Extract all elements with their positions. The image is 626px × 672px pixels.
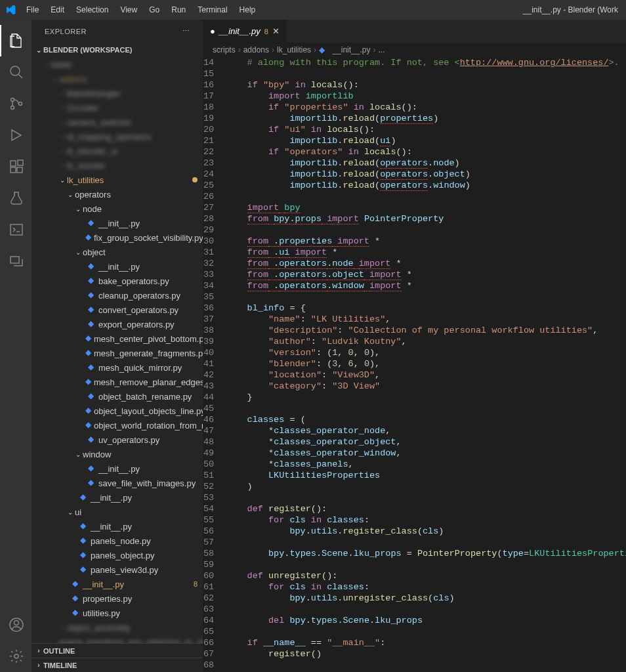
file-item[interactable]: ◆panels_view3d.py <box>31 562 203 577</box>
svg-rect-8 <box>10 224 22 235</box>
menu-selection[interactable]: Selection <box>71 3 114 17</box>
file-item[interactable]: ◆__init__.py <box>31 216 203 230</box>
tree-folder[interactable]: ›space_transform_any_selection_to_ob <box>31 635 203 643</box>
tree-folder-ui[interactable]: ⌄ui <box>31 505 203 519</box>
file-item[interactable]: ◆utilities.py <box>31 606 203 620</box>
file-item[interactable]: ◆__init__.py <box>31 490 203 505</box>
python-file-icon: ◆ <box>85 377 91 387</box>
svg-point-3 <box>19 102 22 106</box>
python-file-icon: ◆ <box>85 218 96 228</box>
file-item[interactable]: ◆bake_operators.py <box>31 274 203 288</box>
menu-run[interactable]: Run <box>166 3 191 17</box>
settings-gear-icon[interactable] <box>0 640 31 672</box>
python-file-icon: ◆ <box>70 593 80 604</box>
file-item[interactable]: ◆mesh_center_pivot_bottom.py <box>31 331 203 346</box>
python-file-icon: ◆ <box>85 276 96 286</box>
code-lines[interactable]: # along with this program. If not, see <… <box>226 57 626 672</box>
svg-point-0 <box>10 66 20 75</box>
tree-folder-object[interactable]: ⌄object <box>31 245 203 259</box>
menu-help[interactable]: Help <box>234 3 261 17</box>
tree-folder-node[interactable]: ⌄node <box>31 201 203 216</box>
file-item[interactable]: ◆__init__.py <box>31 519 203 534</box>
timeline-section[interactable]: ›TIMELINE <box>31 658 203 672</box>
search-icon[interactable] <box>0 56 31 88</box>
modified-dot-icon: ● <box>210 26 215 36</box>
modified-dot-icon <box>192 177 198 182</box>
tree-folder[interactable]: ›object_assembly <box>31 620 203 635</box>
file-item[interactable]: ◆export_operators.py <box>31 317 203 331</box>
explorer-icon[interactable] <box>0 25 31 56</box>
vscode-logo-icon <box>5 5 16 15</box>
file-item[interactable]: ◆mesh_generate_fragments.py <box>31 346 203 360</box>
titlebar: File Edit Selection View Go Run Terminal… <box>0 0 626 20</box>
file-item[interactable]: ◆object_batch_rename.py <box>31 389 203 404</box>
extensions-icon[interactable] <box>0 151 31 182</box>
svg-point-1 <box>11 98 14 102</box>
menu-terminal[interactable]: Terminal <box>192 3 232 17</box>
file-item[interactable]: ◆__init__.py <box>31 259 203 274</box>
python-file-icon: ◆ <box>85 420 91 430</box>
menu-view[interactable]: View <box>115 3 142 17</box>
svg-rect-6 <box>17 167 22 173</box>
line-gutter: 1415161718192021222324252627282930313233… <box>203 57 226 672</box>
breadcrumb[interactable]: scripts› addons› lk_utilities› ◆ __init_… <box>203 43 626 57</box>
file-item[interactable]: ◆convert_operators.py <box>31 303 203 317</box>
file-item[interactable]: ◆mesh_quick_mirror.py <box>31 360 203 375</box>
svg-rect-5 <box>10 167 16 173</box>
accounts-icon[interactable] <box>0 609 31 640</box>
tree-folder[interactable]: ›folder <box>31 57 203 72</box>
tab-init[interactable]: ● __init__.py 8 ✕ <box>203 20 287 43</box>
file-item[interactable]: ◆__init__.py <box>31 461 203 476</box>
editor-tabs: ● __init__.py 8 ✕ <box>203 20 626 43</box>
tree-folder-lk-utilities[interactable]: ⌄lk_utilities <box>31 173 203 187</box>
file-item[interactable]: ◆uv_operators.py <box>31 432 203 447</box>
menu-edit[interactable]: Edit <box>45 3 70 17</box>
file-item[interactable]: ◆mesh_remove_planar_edges.py <box>31 375 203 389</box>
python-file-icon: ◆ <box>85 406 91 416</box>
run-debug-icon[interactable] <box>0 119 31 151</box>
explorer-title: EXPLORER <box>45 28 87 35</box>
outline-section[interactable]: ›OUTLINE <box>31 643 203 658</box>
file-item-init[interactable]: ◆__init__.py8 <box>31 577 203 591</box>
more-actions-icon[interactable]: ⋯ <box>182 27 190 35</box>
file-item[interactable]: ◆cleanup_operators.py <box>31 288 203 303</box>
tree-folder[interactable]: ›Gruvilier <box>31 100 203 115</box>
menu-go[interactable]: Go <box>144 3 165 17</box>
python-file-icon: ◆ <box>85 304 96 315</box>
tree-folder[interactable]: ›id_mapping_operators <box>31 129 203 144</box>
tree-folder-operators[interactable]: ⌄operators <box>31 187 203 201</box>
python-file-icon: ◆ <box>77 536 88 546</box>
tree-folder[interactable]: ›camera_switcher <box>31 115 203 129</box>
python-file-icon: ◆ <box>77 564 88 575</box>
chevron-right-icon: › <box>34 662 43 669</box>
tree-folder-window[interactable]: ⌄window <box>31 447 203 461</box>
python-file-icon: ◆ <box>85 362 96 373</box>
explorer-header: EXPLORER ⋯ <box>31 20 203 43</box>
code-editor[interactable]: 1415161718192021222324252627282930313233… <box>203 57 626 672</box>
file-item[interactable]: ◆properties.py <box>31 591 203 606</box>
tree-folder[interactable]: ›BakeWrangler <box>31 86 203 100</box>
activity-bar <box>0 20 31 672</box>
python-file-icon: ◆ <box>85 348 91 358</box>
python-file-icon: ◆ <box>70 579 80 589</box>
file-item[interactable]: ◆panels_node.py <box>31 534 203 548</box>
tree-folder[interactable]: ⌄addons <box>31 72 203 86</box>
file-item[interactable]: ◆object_world_rotation_from_normal.py <box>31 418 203 432</box>
references-icon[interactable] <box>0 245 31 277</box>
menu-file[interactable]: File <box>21 3 44 17</box>
file-item[interactable]: ◆object_layout_objects_line.py <box>31 404 203 418</box>
file-tree: ›folder ⌄addons ›BakeWrangler ›Gruvilier… <box>31 57 203 643</box>
file-item[interactable]: ◆panels_object.py <box>31 548 203 562</box>
python-file-icon: ◆ <box>77 550 88 560</box>
testing-icon[interactable] <box>0 182 31 214</box>
sidebar: EXPLORER ⋯ ⌄ BLENDER (WORKSPACE) ›folder… <box>31 20 203 672</box>
file-item[interactable]: ◆save_file_with_images.py <box>31 476 203 490</box>
source-control-icon[interactable] <box>0 88 31 119</box>
close-icon[interactable]: ✕ <box>272 26 280 36</box>
terminal-panel-icon[interactable] <box>0 214 31 245</box>
python-file-icon: ◆ <box>85 290 96 301</box>
tree-folder[interactable]: ›lk_reorder <box>31 158 203 173</box>
tree-folder[interactable]: ›lk_blender_ui <box>31 144 203 158</box>
workspace-header[interactable]: ⌄ BLENDER (WORKSPACE) <box>31 43 203 57</box>
file-item[interactable]: ◆fix_group_socket_visibility.py <box>31 230 203 245</box>
